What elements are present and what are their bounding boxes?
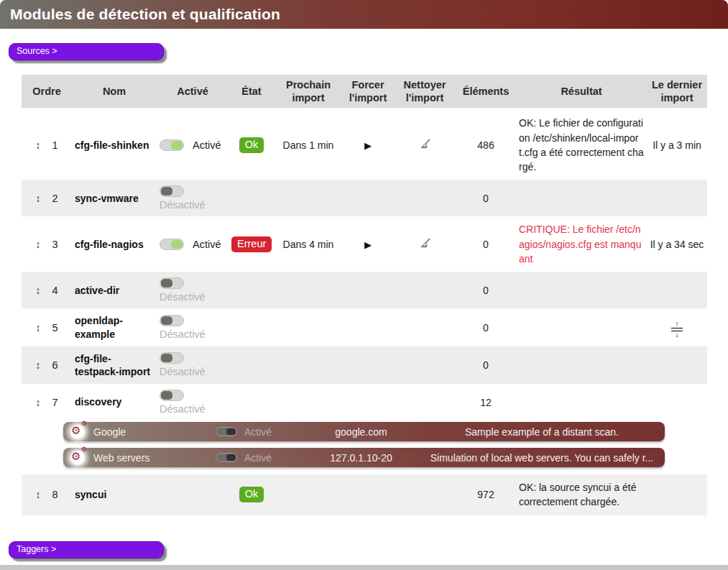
drag-handle-icon[interactable]: ↕	[35, 139, 40, 151]
table-row-sync-vmware: ↕2 sync-vmware Désactivé 0	[22, 180, 707, 216]
enabled-toggle[interactable]	[160, 390, 184, 401]
result-text-error: CRITIQUE: Le fichier /etc/nagios/nagios.…	[519, 224, 641, 265]
toggle-label: Activé	[193, 139, 221, 151]
col-header-nom: Nom	[72, 75, 157, 109]
status-badge-ok: Ok	[239, 487, 264, 502]
sources-header-row: Ordre Nom Activé État Prochain import Fo…	[22, 75, 707, 109]
drag-handle-icon[interactable]: ↕	[35, 193, 40, 204]
enabled-toggle[interactable]	[160, 277, 184, 289]
toggle-label: Désactivé	[160, 403, 226, 415]
order-number: 3	[52, 239, 57, 250]
scan-row-google[interactable]: ⚙⚙ Google Activé google.com Sample examp…	[63, 422, 665, 441]
last-import: Il y a 34 sec	[647, 216, 707, 272]
col-header-dernier-import: Le dernier import	[647, 75, 707, 109]
toggle-label: Désactivé	[160, 366, 226, 377]
enabled-toggle[interactable]	[160, 315, 184, 326]
scan-row-web-servers[interactable]: ⚙⚙ Web servers Activé 127.0.1.10-20 Simu…	[63, 448, 665, 467]
gears-icon: ⚙⚙	[70, 451, 85, 465]
toggle-knob	[161, 316, 172, 325]
toggle-knob	[226, 428, 236, 435]
scan-toggle-label: Activé	[244, 452, 295, 464]
source-name: discovery	[72, 384, 157, 420]
elements-count: 0	[456, 180, 516, 216]
order-number: 8	[52, 489, 57, 500]
table-row-cfg-file-shinken: ↕1 cfg-file-shinken Activé Ok Dans 1 min…	[22, 109, 707, 180]
toggle-label: Désactivé	[160, 199, 226, 211]
elements-count: 486	[456, 109, 516, 180]
table-row-active-dir: ↕4 active-dir Désactivé 0	[22, 272, 707, 308]
enabled-toggle[interactable]	[160, 185, 184, 197]
broom-icon	[419, 142, 431, 152]
result-text: OK: Le fichier de configuration /etc/shi…	[516, 109, 647, 180]
source-name: cfg-file-shinken	[72, 109, 157, 180]
toggle-knob	[161, 391, 172, 400]
toggle-label: Désactivé	[160, 328, 226, 340]
col-header-nettoyer-import: Nettoyer l'import	[394, 75, 456, 109]
order-number: 1	[52, 139, 57, 151]
elements-count: 0	[456, 272, 516, 308]
toggle-knob	[171, 240, 183, 249]
force-import-button[interactable]: ▶	[364, 239, 372, 250]
col-header-elements: Éléments	[456, 75, 516, 109]
row-resize-cursor-icon: ↑↓	[671, 321, 683, 338]
enabled-toggle[interactable]	[160, 239, 184, 250]
toggle-knob	[171, 141, 183, 150]
order-number: 6	[52, 359, 57, 371]
toggle-label: Activé	[193, 239, 221, 250]
scan-name: Web servers	[93, 452, 216, 464]
sources-table: Ordre Nom Activé État Prochain import Fo…	[22, 75, 707, 515]
table-row-cfg-file-testpack-import: ↕6 cfg-file-testpack-import Désactivé 0	[22, 346, 707, 384]
drag-handle-icon[interactable]: ↕	[35, 285, 40, 296]
clean-import-button[interactable]	[419, 237, 431, 252]
footer-divider	[0, 565, 728, 570]
col-header-forcer-import: Forcer l'import	[342, 75, 394, 109]
drag-handle-icon[interactable]: ↕	[35, 239, 40, 250]
elements-count: 0	[456, 346, 516, 384]
source-name: active-dir	[72, 272, 157, 308]
toggle-knob	[161, 279, 172, 288]
col-header-etat: État	[229, 75, 275, 109]
discovery-scan-rows: ⚙⚙ Google Activé google.com Sample examp…	[22, 420, 707, 474]
toggle-knob	[226, 454, 236, 461]
force-import-button[interactable]: ▶	[364, 140, 372, 151]
page-header: Modules de détection et qualification	[0, 0, 728, 29]
source-name: openldap-example	[72, 308, 157, 346]
scan-enabled-toggle[interactable]	[216, 453, 237, 462]
toggle-knob	[161, 187, 172, 196]
table-row-cfg-file-nagios: ↕3 cfg-file-nagios Activé Erreur Dans 4 …	[22, 216, 707, 272]
last-import: Il y a 3 min	[647, 109, 707, 180]
source-name: cfg-file-nagios	[72, 216, 157, 272]
scan-toggle-label: Activé	[244, 426, 295, 438]
scan-enabled-toggle[interactable]	[216, 427, 237, 436]
elements-count: 972	[456, 474, 516, 515]
scan-description: Sample example of a distant scan.	[428, 426, 665, 438]
toggle-knob	[161, 354, 172, 362]
elements-count: 0	[456, 216, 516, 272]
scan-name: Google	[93, 426, 216, 438]
taggers-section-button[interactable]: Taggers >	[9, 541, 164, 558]
enabled-toggle[interactable]	[160, 352, 184, 364]
table-row-openldap-example: ↕5 openldap-example Désactivé 0 ↑↓	[22, 308, 707, 346]
elements-count: 12	[456, 384, 516, 420]
col-header-active: Activé	[157, 75, 229, 109]
source-name: syncui	[72, 474, 157, 515]
clean-import-button[interactable]	[419, 138, 431, 152]
enabled-toggle[interactable]	[160, 139, 184, 151]
status-badge-error: Erreur	[231, 236, 272, 252]
col-header-resultat: Résultat	[516, 75, 647, 109]
drag-handle-icon[interactable]: ↕	[35, 322, 40, 334]
drag-handle-icon[interactable]: ↕	[35, 489, 40, 500]
order-number: 5	[52, 322, 57, 334]
order-number: 7	[52, 397, 57, 408]
broom-icon	[419, 241, 431, 252]
toggle-label: Désactivé	[160, 291, 226, 303]
status-badge-ok: Ok	[239, 137, 264, 153]
table-row-discovery: ↕7 discovery Désactivé 12	[22, 384, 707, 420]
sources-section-button[interactable]: Sources >	[9, 43, 164, 60]
elements-count: 0	[456, 308, 516, 346]
drag-handle-icon[interactable]: ↕	[35, 397, 40, 408]
scan-target: google.com	[295, 426, 428, 438]
col-header-ordre: Ordre	[22, 75, 72, 109]
next-import: Dans 1 min	[275, 109, 342, 180]
drag-handle-icon[interactable]: ↕	[35, 359, 40, 371]
